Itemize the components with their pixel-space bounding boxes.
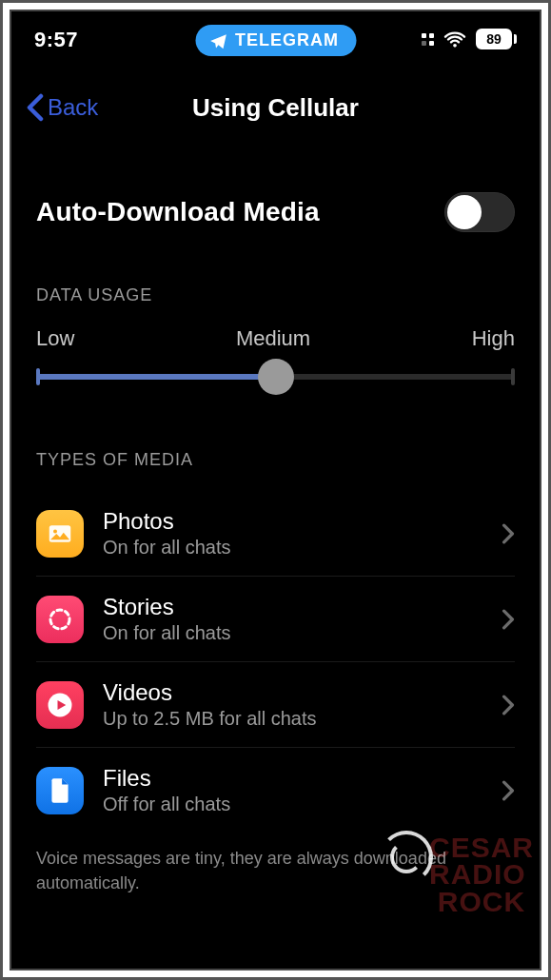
chevron-right-icon	[502, 609, 515, 630]
media-subtitle: On for all chats	[103, 537, 482, 559]
photos-icon	[36, 510, 84, 558]
svg-point-1	[53, 529, 57, 533]
data-usage-slider[interactable]	[36, 374, 515, 380]
media-title: Videos	[103, 679, 482, 706]
files-icon	[36, 767, 84, 814]
slider-handle[interactable]	[258, 359, 294, 395]
auto-download-toggle[interactable]	[444, 192, 515, 232]
status-bar: 9:57 89	[11, 11, 540, 65]
media-title: Stories	[103, 594, 482, 620]
auto-download-row: Auto-Download Media	[36, 164, 515, 266]
media-row-photos[interactable]: PhotosOn for all chats	[36, 491, 515, 577]
videos-icon	[36, 681, 84, 729]
chevron-right-icon	[502, 523, 515, 544]
chevron-right-icon	[502, 780, 515, 801]
media-subtitle: On for all chats	[103, 622, 482, 644]
auto-download-label: Auto-Download Media	[36, 197, 320, 227]
battery-percent: 89	[486, 31, 502, 47]
slider-label-low: Low	[36, 326, 74, 351]
chevron-left-icon	[27, 93, 44, 122]
svg-point-2	[50, 610, 69, 629]
slider-label-medium: Medium	[236, 326, 310, 351]
stories-icon	[36, 596, 84, 643]
data-usage-header: DATA USAGE	[36, 285, 515, 305]
types-of-media-header: TYPES OF MEDIA	[36, 450, 515, 470]
data-usage-slider-labels: Low Medium High	[36, 326, 515, 351]
chevron-right-icon	[502, 695, 515, 715]
nav-bar: Back Using Cellular	[11, 86, 540, 129]
media-title: Photos	[103, 508, 482, 535]
footer-note: Voice messages are tiny, they are always…	[36, 833, 515, 895]
media-row-videos[interactable]: VideosUp to 2.5 MB for all chats	[36, 662, 515, 748]
back-label: Back	[48, 94, 98, 121]
media-title: Files	[103, 765, 482, 792]
media-row-stories[interactable]: StoriesOn for all chats	[36, 577, 515, 662]
back-button[interactable]: Back	[11, 93, 98, 122]
wifi-icon	[443, 30, 466, 48]
media-row-files[interactable]: FilesOff for all chats	[36, 748, 515, 833]
slider-label-high: High	[472, 326, 515, 351]
battery-indicator: 89	[476, 29, 517, 49]
media-subtitle: Up to 2.5 MB for all chats	[103, 708, 482, 730]
cellular-signal-icon	[422, 33, 434, 46]
status-time: 9:57	[34, 28, 78, 52]
media-subtitle: Off for all chats	[103, 794, 482, 815]
